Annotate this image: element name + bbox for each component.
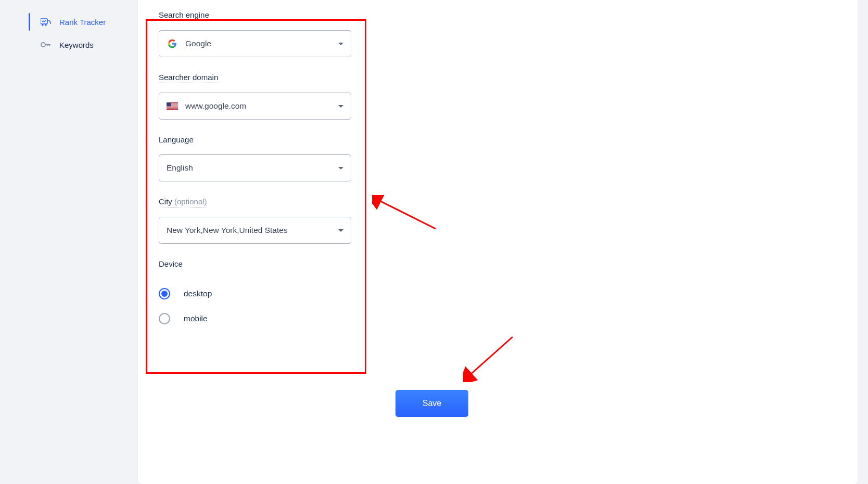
svg-rect-12 [167, 108, 178, 108]
radio-label: mobile [184, 314, 208, 323]
select-searcher-domain[interactable]: www.google.com [159, 93, 351, 120]
sidebar-item-keywords[interactable]: Keywords [0, 33, 138, 56]
select-search-engine[interactable]: Google [159, 30, 351, 57]
chevron-down-icon [338, 105, 343, 108]
svg-rect-13 [167, 109, 178, 109]
google-logo-icon [167, 38, 178, 49]
radio-indicator-icon [159, 313, 170, 324]
select-value: www.google.com [185, 101, 338, 111]
radio-device-desktop[interactable]: desktop [159, 288, 375, 299]
select-city[interactable]: New York,New York,United States [159, 217, 351, 244]
label-language: Language [159, 135, 194, 145]
svg-rect-5 [49, 44, 50, 46]
key-icon [41, 40, 51, 50]
select-value: English [167, 163, 338, 173]
label-device: Device [159, 259, 183, 269]
svg-rect-14 [167, 102, 171, 107]
radio-label: desktop [184, 289, 212, 298]
us-flag-icon [167, 100, 178, 112]
sidebar-item-rank-tracker[interactable]: Rank Tracker [0, 10, 138, 33]
radio-device-mobile[interactable]: mobile [159, 313, 375, 324]
select-value: Google [185, 39, 338, 48]
sidebar-item-label: Keywords [59, 41, 94, 49]
save-button[interactable]: Save [395, 390, 468, 417]
main-panel: Search engine Google Searcher domain www… [138, 0, 858, 484]
svg-rect-11 [167, 107, 178, 107]
label-search-engine: Search engine [159, 10, 209, 21]
sidebar-item-label: Rank Tracker [59, 18, 106, 27]
chevron-down-icon [338, 43, 343, 45]
sidebar: Rank Tracker Keywords [0, 0, 138, 484]
svg-rect-6 [47, 44, 48, 46]
radio-indicator-icon [159, 288, 170, 299]
svg-point-1 [42, 24, 43, 25]
select-value: New York,New York,United States [167, 226, 338, 235]
svg-point-2 [45, 24, 46, 25]
label-searcher-domain: Searcher domain [159, 73, 218, 83]
svg-point-3 [41, 43, 45, 47]
label-city: City (optional) [159, 197, 207, 207]
select-language[interactable]: English [159, 154, 351, 181]
chevron-down-icon [338, 167, 343, 169]
rank-tracker-icon [41, 17, 51, 27]
chevron-down-icon [338, 229, 343, 232]
